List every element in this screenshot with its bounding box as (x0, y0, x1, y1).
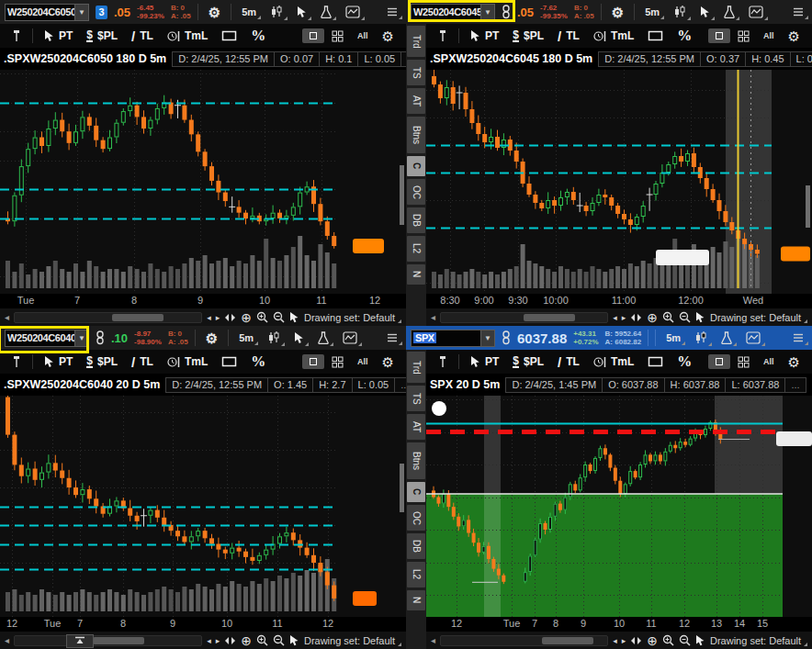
header-more[interactable]: ... (784, 377, 806, 393)
chart-plot-area[interactable] (426, 70, 812, 294)
timeframe-button[interactable]: 5m (235, 331, 257, 344)
rectangle-tool[interactable] (641, 354, 670, 369)
sidebar-tab-n[interactable]: N (407, 590, 425, 610)
drawing-set-selector[interactable]: Drawing set: Default (710, 635, 807, 646)
settings-gear-icon[interactable]: ⚙ (202, 330, 221, 346)
horizontal-scrollbar[interactable] (440, 635, 608, 646)
sidebar-tab-c[interactable]: C (407, 482, 425, 502)
step-right-icon[interactable]: ▸ (622, 313, 626, 322)
horizontal-scrollbar[interactable] (440, 312, 608, 323)
rectangle-tool[interactable] (641, 28, 670, 43)
pin-icon[interactable] (432, 353, 454, 370)
pin-icon[interactable] (6, 28, 28, 44)
chain-link-icon[interactable] (502, 330, 511, 345)
percent-tool[interactable]: % (244, 352, 272, 372)
profit-loss-tool[interactable]: $ $PL (506, 28, 550, 44)
price-chart-canvas[interactable] (426, 70, 812, 294)
pointer-tool[interactable]: PT (38, 28, 79, 44)
step-right-icon[interactable]: ▸ (622, 636, 626, 645)
toggle-drawings-button[interactable] (302, 354, 324, 369)
step-left-icon[interactable]: ◂ (613, 636, 617, 645)
timeline-tool[interactable]: TmL (161, 353, 214, 370)
zoom-out-icon[interactable] (273, 311, 285, 323)
zoom-in-icon[interactable] (662, 311, 674, 323)
toggle-drawings-button[interactable] (302, 28, 324, 43)
step-left-icon[interactable]: ◂ (207, 313, 211, 322)
sidebar-tab-at[interactable]: AT (407, 414, 425, 440)
symbol-dropdown-arrow[interactable]: ▼ (74, 5, 88, 20)
percent-tool[interactable]: % (244, 26, 272, 46)
header-more[interactable]: ... (394, 377, 406, 393)
rectangle-tool[interactable] (215, 28, 243, 43)
menu-icon[interactable] (789, 331, 807, 344)
sidebar-tab-l2[interactable]: L2 (407, 236, 425, 262)
symbol-dropdown-arrow[interactable]: ▼ (74, 330, 88, 346)
studies-icon[interactable] (342, 5, 364, 19)
step-right-icon[interactable]: ▸ (216, 636, 220, 645)
all-button[interactable]: All (757, 355, 781, 368)
chart-plot-area[interactable] (426, 396, 812, 617)
step-right-icon[interactable]: ▸ (216, 313, 220, 322)
zoom-out-icon[interactable] (679, 634, 691, 646)
patterns-icon[interactable] (691, 330, 711, 345)
chart-plot-area[interactable] (0, 70, 406, 294)
symbol-input[interactable]: W250204C6050 ▼ (5, 4, 89, 21)
zoom-out-icon[interactable] (273, 634, 285, 646)
trendline-tool[interactable]: / TL (125, 352, 160, 372)
scrollbar-thumb[interactable] (524, 314, 575, 321)
price-chart-canvas[interactable] (0, 396, 406, 617)
rectangle-tool[interactable] (215, 354, 243, 369)
symbol-input[interactable]: SPX ▼ (411, 330, 495, 347)
grid-layout-button[interactable] (325, 354, 350, 370)
gear-icon[interactable]: ⚙ (782, 28, 806, 45)
chart-link-badge[interactable]: 3 (96, 6, 107, 19)
flask-icon[interactable] (314, 330, 333, 345)
grid-layout-button[interactable] (731, 28, 756, 44)
symbol-dropdown-arrow[interactable]: ▼ (480, 330, 494, 346)
drawing-set-selector[interactable]: Drawing set: Default (710, 312, 807, 323)
sidebar-tab-trd[interactable]: Trd (407, 352, 425, 383)
symbol-input[interactable]: W250204C6040 ▼ (5, 330, 89, 347)
pin-icon[interactable] (6, 353, 28, 370)
scroll-left-arrow[interactable]: ◂ (431, 635, 435, 645)
patterns-icon[interactable] (264, 330, 284, 345)
drawing-set-selector[interactable]: Drawing set: Default (304, 635, 401, 646)
cursor-tool-icon[interactable] (290, 330, 308, 345)
expand-horizontal-icon[interactable] (224, 636, 236, 645)
price-chart-canvas[interactable] (426, 396, 812, 617)
flask-icon[interactable] (317, 5, 335, 19)
symbol-dropdown-arrow[interactable]: ▼ (480, 5, 494, 20)
crosshair-icon[interactable]: ⊕ (241, 311, 252, 324)
trendline-tool[interactable]: / TL (551, 27, 586, 46)
chain-link-icon[interactable] (502, 5, 511, 19)
crosshair-icon[interactable]: ⊕ (241, 634, 252, 647)
sidebar-tab-db[interactable]: DB (407, 207, 425, 233)
sidebar-tab-at[interactable]: AT (407, 88, 425, 114)
menu-icon[interactable] (383, 6, 401, 18)
gear-icon[interactable]: ⚙ (376, 28, 400, 45)
crosshair-icon[interactable]: ⊕ (647, 634, 658, 647)
pointer-tool[interactable]: PT (38, 353, 79, 370)
scrollbar-thumb[interactable] (542, 637, 593, 644)
all-button[interactable]: All (351, 355, 375, 368)
sidebar-tab-btns[interactable]: Btns (407, 117, 425, 153)
scrollbar-thumb[interactable] (112, 314, 164, 321)
crosshair-icon[interactable]: ⊕ (647, 311, 658, 324)
symbol-input[interactable]: W250204C6045 ▼ (411, 4, 495, 21)
drawing-set-selector[interactable]: Drawing set: Default (304, 312, 401, 323)
menu-icon[interactable] (383, 331, 401, 344)
scroll-left-arrow[interactable]: ◂ (431, 312, 435, 322)
toggle-drawings-button[interactable] (708, 28, 730, 43)
menu-icon[interactable] (789, 6, 807, 18)
profit-loss-tool[interactable]: $ $PL (80, 353, 124, 370)
studies-icon[interactable] (745, 5, 767, 19)
scrollbar-thumb[interactable] (93, 637, 144, 644)
expand-horizontal-icon[interactable] (630, 313, 642, 322)
scroll-left-arrow[interactable]: ◂ (5, 312, 9, 322)
trendline-tool[interactable]: / TL (125, 27, 160, 46)
cursor-icon[interactable] (695, 634, 705, 646)
cursor-icon[interactable] (289, 311, 299, 323)
zoom-in-icon[interactable] (662, 634, 674, 646)
cursor-icon[interactable] (695, 311, 705, 323)
sidebar-tab-oc[interactable]: OC (407, 505, 425, 531)
